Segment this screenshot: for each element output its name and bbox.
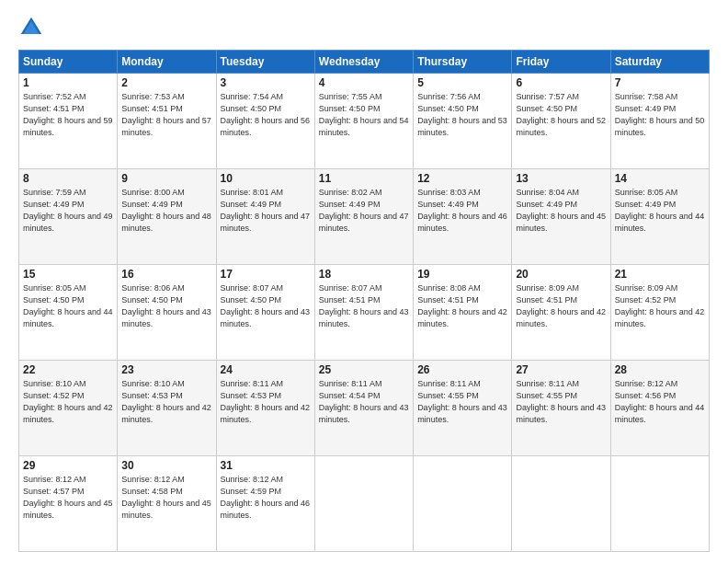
day-number: 14 <box>615 172 705 185</box>
page: SundayMondayTuesdayWednesdayThursdayFrid… <box>0 0 728 563</box>
day-cell-12: 12Sunrise: 8:03 AMSunset: 4:49 PMDayligh… <box>414 169 512 265</box>
empty-cell <box>610 456 709 552</box>
day-cell-23: 23Sunrise: 8:10 AMSunset: 4:53 PMDayligh… <box>118 361 216 456</box>
empty-cell <box>314 456 413 552</box>
day-number: 9 <box>121 172 211 185</box>
day-info: Sunrise: 8:05 AMSunset: 4:49 PMDaylight:… <box>615 187 705 235</box>
day-info: Sunrise: 8:10 AMSunset: 4:53 PMDaylight:… <box>121 378 211 426</box>
day-info: Sunrise: 8:09 AMSunset: 4:51 PMDaylight:… <box>516 282 606 330</box>
day-info: Sunrise: 7:59 AMSunset: 4:49 PMDaylight:… <box>23 187 113 235</box>
day-number: 11 <box>319 172 409 185</box>
logo-icon <box>18 15 44 40</box>
day-cell-14: 14Sunrise: 8:05 AMSunset: 4:49 PMDayligh… <box>610 169 709 265</box>
day-info: Sunrise: 8:11 AMSunset: 4:55 PMDaylight:… <box>417 378 507 426</box>
day-number: 31 <box>221 459 311 472</box>
day-info: Sunrise: 7:56 AMSunset: 4:50 PMDaylight:… <box>417 91 507 139</box>
calendar-body: 1Sunrise: 7:52 AMSunset: 4:51 PMDaylight… <box>19 74 710 552</box>
day-number: 23 <box>121 363 211 376</box>
day-info: Sunrise: 8:07 AMSunset: 4:51 PMDaylight:… <box>319 282 409 330</box>
day-cell-25: 25Sunrise: 8:11 AMSunset: 4:54 PMDayligh… <box>314 361 413 456</box>
day-number: 25 <box>319 363 409 376</box>
day-number: 27 <box>516 363 606 376</box>
header <box>18 15 710 40</box>
day-info: Sunrise: 8:08 AMSunset: 4:51 PMDaylight:… <box>417 282 507 330</box>
weekday-monday: Monday <box>118 51 216 74</box>
day-info: Sunrise: 8:07 AMSunset: 4:50 PMDaylight:… <box>221 282 311 330</box>
day-info: Sunrise: 8:11 AMSunset: 4:53 PMDaylight:… <box>221 378 311 426</box>
day-info: Sunrise: 7:57 AMSunset: 4:50 PMDaylight:… <box>516 91 606 139</box>
day-number: 19 <box>417 268 507 281</box>
day-info: Sunrise: 8:12 AMSunset: 4:58 PMDaylight:… <box>121 474 211 522</box>
day-cell-7: 7Sunrise: 7:58 AMSunset: 4:49 PMDaylight… <box>610 74 709 169</box>
day-number: 15 <box>23 268 113 281</box>
day-cell-10: 10Sunrise: 8:01 AMSunset: 4:49 PMDayligh… <box>216 169 314 265</box>
day-number: 28 <box>615 363 705 376</box>
day-cell-6: 6Sunrise: 7:57 AMSunset: 4:50 PMDaylight… <box>512 74 610 169</box>
week-row-5: 29Sunrise: 8:12 AMSunset: 4:57 PMDayligh… <box>19 456 710 552</box>
day-info: Sunrise: 8:10 AMSunset: 4:52 PMDaylight:… <box>23 378 113 426</box>
day-number: 5 <box>417 76 507 89</box>
day-cell-16: 16Sunrise: 8:06 AMSunset: 4:50 PMDayligh… <box>118 265 216 361</box>
empty-cell <box>512 456 610 552</box>
day-cell-8: 8Sunrise: 7:59 AMSunset: 4:49 PMDaylight… <box>19 169 118 265</box>
day-cell-28: 28Sunrise: 8:12 AMSunset: 4:56 PMDayligh… <box>610 361 709 456</box>
day-number: 10 <box>221 172 311 185</box>
day-cell-22: 22Sunrise: 8:10 AMSunset: 4:52 PMDayligh… <box>19 361 118 456</box>
week-row-4: 22Sunrise: 8:10 AMSunset: 4:52 PMDayligh… <box>19 361 710 456</box>
day-cell-29: 29Sunrise: 8:12 AMSunset: 4:57 PMDayligh… <box>19 456 118 552</box>
weekday-header-row: SundayMondayTuesdayWednesdayThursdayFrid… <box>19 51 710 74</box>
day-info: Sunrise: 8:12 AMSunset: 4:59 PMDaylight:… <box>221 474 311 522</box>
day-cell-11: 11Sunrise: 8:02 AMSunset: 4:49 PMDayligh… <box>314 169 413 265</box>
day-info: Sunrise: 8:11 AMSunset: 4:54 PMDaylight:… <box>319 378 409 426</box>
day-cell-19: 19Sunrise: 8:08 AMSunset: 4:51 PMDayligh… <box>414 265 512 361</box>
day-info: Sunrise: 8:00 AMSunset: 4:49 PMDaylight:… <box>121 187 211 235</box>
day-cell-3: 3Sunrise: 7:54 AMSunset: 4:50 PMDaylight… <box>216 74 314 169</box>
weekday-friday: Friday <box>512 51 610 74</box>
day-info: Sunrise: 7:55 AMSunset: 4:50 PMDaylight:… <box>319 91 409 139</box>
day-info: Sunrise: 8:11 AMSunset: 4:55 PMDaylight:… <box>516 378 606 426</box>
day-number: 13 <box>516 172 606 185</box>
day-info: Sunrise: 8:12 AMSunset: 4:57 PMDaylight:… <box>23 474 113 522</box>
day-cell-24: 24Sunrise: 8:11 AMSunset: 4:53 PMDayligh… <box>216 361 314 456</box>
weekday-tuesday: Tuesday <box>216 51 314 74</box>
day-number: 3 <box>221 76 311 89</box>
day-number: 24 <box>221 363 311 376</box>
day-cell-21: 21Sunrise: 8:09 AMSunset: 4:52 PMDayligh… <box>610 265 709 361</box>
day-cell-13: 13Sunrise: 8:04 AMSunset: 4:49 PMDayligh… <box>512 169 610 265</box>
day-number: 20 <box>516 268 606 281</box>
day-info: Sunrise: 8:06 AMSunset: 4:50 PMDaylight:… <box>121 282 211 330</box>
day-cell-18: 18Sunrise: 8:07 AMSunset: 4:51 PMDayligh… <box>314 265 413 361</box>
day-cell-5: 5Sunrise: 7:56 AMSunset: 4:50 PMDaylight… <box>414 74 512 169</box>
day-cell-9: 9Sunrise: 8:00 AMSunset: 4:49 PMDaylight… <box>118 169 216 265</box>
weekday-saturday: Saturday <box>610 51 709 74</box>
weekday-sunday: Sunday <box>19 51 118 74</box>
day-info: Sunrise: 7:58 AMSunset: 4:49 PMDaylight:… <box>615 91 705 139</box>
day-number: 6 <box>516 76 606 89</box>
day-cell-2: 2Sunrise: 7:53 AMSunset: 4:51 PMDaylight… <box>118 74 216 169</box>
day-info: Sunrise: 8:05 AMSunset: 4:50 PMDaylight:… <box>23 282 113 330</box>
empty-cell <box>414 456 512 552</box>
day-number: 4 <box>319 76 409 89</box>
logo <box>18 15 48 40</box>
day-cell-4: 4Sunrise: 7:55 AMSunset: 4:50 PMDaylight… <box>314 74 413 169</box>
day-cell-15: 15Sunrise: 8:05 AMSunset: 4:50 PMDayligh… <box>19 265 118 361</box>
day-number: 29 <box>23 459 113 472</box>
week-row-2: 8Sunrise: 7:59 AMSunset: 4:49 PMDaylight… <box>19 169 710 265</box>
day-cell-20: 20Sunrise: 8:09 AMSunset: 4:51 PMDayligh… <box>512 265 610 361</box>
day-cell-27: 27Sunrise: 8:11 AMSunset: 4:55 PMDayligh… <box>512 361 610 456</box>
day-number: 12 <box>417 172 507 185</box>
day-info: Sunrise: 8:02 AMSunset: 4:49 PMDaylight:… <box>319 187 409 235</box>
day-cell-26: 26Sunrise: 8:11 AMSunset: 4:55 PMDayligh… <box>414 361 512 456</box>
day-number: 16 <box>121 268 211 281</box>
weekday-wednesday: Wednesday <box>314 51 413 74</box>
day-number: 18 <box>319 268 409 281</box>
day-number: 30 <box>121 459 211 472</box>
day-cell-17: 17Sunrise: 8:07 AMSunset: 4:50 PMDayligh… <box>216 265 314 361</box>
day-number: 7 <box>615 76 705 89</box>
day-number: 26 <box>417 363 507 376</box>
week-row-3: 15Sunrise: 8:05 AMSunset: 4:50 PMDayligh… <box>19 265 710 361</box>
day-number: 8 <box>23 172 113 185</box>
day-number: 1 <box>23 76 113 89</box>
weekday-thursday: Thursday <box>414 51 512 74</box>
day-number: 2 <box>121 76 211 89</box>
